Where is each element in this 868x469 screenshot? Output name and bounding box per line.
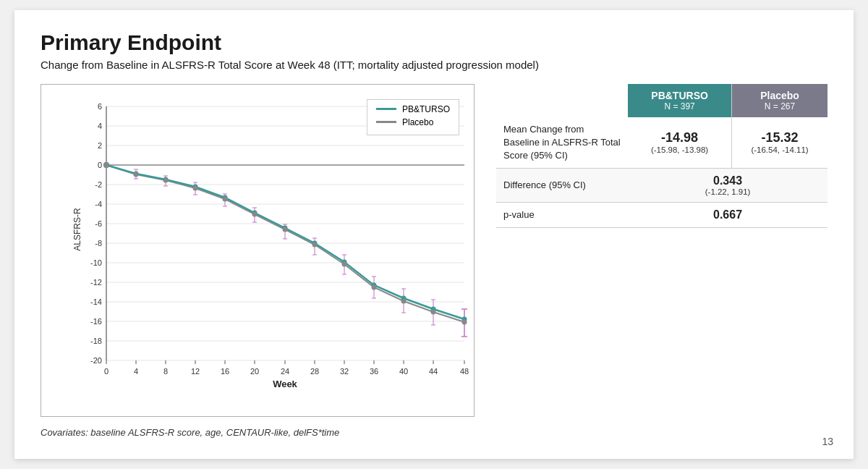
pbturso-line	[106, 165, 464, 319]
results-table-area: PB&TURSO N = 397 Placebo N = 267 Mean Ch…	[496, 84, 827, 229]
svg-text:20: 20	[250, 367, 259, 376]
svg-text:-18: -18	[90, 337, 102, 345]
svg-text:-14: -14	[90, 297, 102, 306]
svg-text:-2: -2	[95, 180, 102, 189]
svg-text:-8: -8	[95, 239, 102, 248]
table-header-pbturso: PB&TURSO N = 397	[628, 84, 731, 117]
placebo-dot-8	[163, 177, 169, 182]
svg-text:4: 4	[98, 122, 102, 130]
table-row-pvalue: p-value 0.667	[496, 203, 827, 228]
svg-text:-16: -16	[90, 317, 102, 326]
svg-text:6: 6	[98, 102, 102, 111]
placebo-dot-20	[252, 211, 258, 216]
svg-text:8: 8	[163, 367, 168, 376]
table-header-placebo: Placebo N = 267	[732, 84, 827, 117]
placebo-line	[106, 165, 464, 322]
placebo-dot-12	[193, 185, 198, 190]
page-title: Primary Endpoint	[41, 30, 827, 56]
chart-legend: PB&TURSO Placebo	[367, 99, 459, 135]
svg-text:4: 4	[134, 367, 138, 376]
row1-pbturso-value: -14.98 (-15.98, -13.98)	[628, 117, 731, 169]
placebo-dot-0	[103, 162, 109, 168]
svg-text:36: 36	[370, 367, 378, 376]
chart-inner: PB&TURSO Placebo ALSFRS-R	[48, 92, 467, 396]
svg-text:2: 2	[98, 141, 102, 150]
table-row-mean-change: Mean Change from Baseline in ALSFRS-R To…	[496, 117, 827, 169]
placebo-dot-36	[372, 284, 377, 290]
chart-svg: ALSFRS-R	[70, 92, 482, 389]
page-number: 13	[822, 436, 833, 447]
table-row-difference: Difference (95% CI) 0.343 (-1.22, 1.91)	[496, 169, 827, 203]
row2-label: Difference (95% CI)	[496, 169, 628, 203]
legend-placebo: Placebo	[376, 117, 450, 127]
page-subtitle: Change from Baseline in ALSFRS-R Total S…	[41, 59, 827, 71]
row2-value: 0.343 (-1.22, 1.91)	[628, 169, 827, 203]
svg-text:40: 40	[399, 367, 408, 376]
svg-text:-4: -4	[95, 200, 102, 208]
svg-text:-12: -12	[90, 278, 102, 287]
placebo-dot-28	[312, 242, 318, 247]
chart-container: PB&TURSO Placebo ALSFRS-R	[41, 84, 475, 417]
legend-placebo-label: Placebo	[402, 117, 433, 127]
placebo-line-icon	[376, 121, 396, 123]
row1-placebo-value: -15.32 (-16.54, -14.11)	[732, 117, 827, 169]
placebo-dot-48	[462, 319, 467, 324]
svg-text:32: 32	[340, 367, 349, 376]
placebo-dot-44	[431, 309, 436, 314]
svg-text:28: 28	[310, 367, 319, 376]
svg-text:Week: Week	[273, 379, 297, 389]
pbturso-line-icon	[376, 108, 396, 110]
row3-label: p-value	[496, 203, 628, 228]
results-table: PB&TURSO N = 397 Placebo N = 267 Mean Ch…	[496, 84, 827, 229]
svg-text:0: 0	[104, 367, 109, 376]
svg-text:44: 44	[429, 367, 438, 376]
legend-pbturso: PB&TURSO	[376, 104, 450, 114]
placebo-dot-4	[134, 172, 139, 177]
svg-text:-6: -6	[95, 219, 102, 228]
table-header-empty	[496, 84, 628, 117]
svg-text:-10: -10	[90, 258, 102, 267]
table-header-row: PB&TURSO N = 397 Placebo N = 267	[496, 84, 827, 117]
placebo-dot-40	[401, 298, 407, 303]
legend-pbturso-label: PB&TURSO	[402, 104, 450, 114]
slide: Primary Endpoint Change from Baseline in…	[14, 10, 854, 459]
row1-label: Mean Change from Baseline in ALSFRS-R To…	[496, 117, 628, 169]
placebo-dot-16	[223, 196, 228, 201]
svg-text:16: 16	[221, 367, 229, 376]
svg-text:24: 24	[281, 367, 289, 376]
svg-text:12: 12	[191, 367, 200, 376]
row3-value: 0.667	[628, 203, 827, 228]
content-row: PB&TURSO Placebo ALSFRS-R	[41, 84, 827, 417]
y-axis-label: ALSFRS-R	[72, 207, 82, 250]
footer-text: Covariates: baseline ALSFRS-R score, age…	[41, 427, 827, 438]
placebo-dot-24	[283, 227, 288, 232]
svg-text:-20: -20	[90, 356, 102, 365]
placebo-dot-32	[342, 261, 347, 266]
svg-text:48: 48	[460, 367, 469, 376]
svg-text:0: 0	[98, 161, 102, 169]
